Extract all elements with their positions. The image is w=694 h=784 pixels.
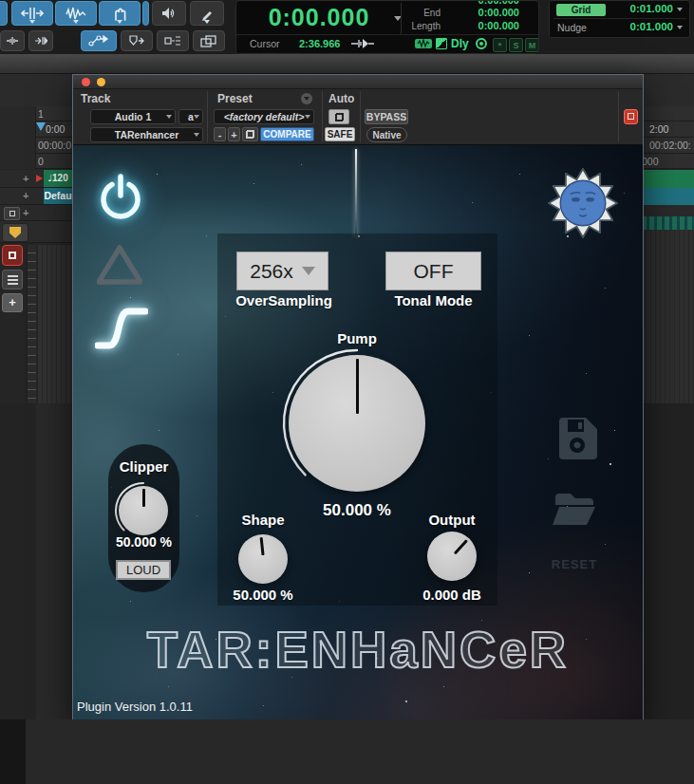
insert-name: TARenhancer bbox=[115, 129, 179, 140]
cursor-label: Cursor bbox=[250, 38, 280, 49]
transport-status-row: Cursor 2:36.966 Dly * S M bbox=[236, 34, 538, 53]
pre-roll-ring-icon[interactable] bbox=[476, 38, 487, 49]
mirror-midi-button[interactable] bbox=[157, 30, 189, 51]
tempo-flag-icon bbox=[36, 175, 43, 182]
track-selector[interactable]: Audio 1 bbox=[90, 109, 176, 124]
close-button[interactable] bbox=[82, 78, 90, 86]
marker-cell[interactable]: Defau bbox=[44, 188, 72, 204]
insertion-follows-button[interactable] bbox=[28, 30, 53, 51]
samples-ruler: 000 bbox=[642, 154, 694, 169]
clipper-knob[interactable] bbox=[119, 486, 168, 535]
solo-indicator[interactable]: S bbox=[509, 38, 523, 52]
safe-button[interactable]: SAFE bbox=[325, 127, 355, 141]
length-value[interactable]: 0:00.000 bbox=[443, 20, 519, 31]
grid-mode-button[interactable]: Grid bbox=[556, 4, 606, 16]
preset-section-label: Preset bbox=[217, 92, 253, 105]
light-streak bbox=[355, 149, 357, 236]
compare-button[interactable]: COMPARE bbox=[260, 127, 314, 141]
grabber-tool-button[interactable] bbox=[99, 1, 141, 26]
selector-tool-button[interactable] bbox=[55, 1, 97, 26]
insert-selector[interactable]: TARenhancer bbox=[90, 127, 203, 142]
protools-screen: 0:00.000 0:00.000 End 0:00.000 Length 0:… bbox=[0, 0, 694, 784]
scrubber-tool-button[interactable] bbox=[152, 1, 186, 26]
divider bbox=[207, 91, 208, 142]
marker-tag-button[interactable] bbox=[2, 223, 28, 242]
tab-to-transient-button[interactable] bbox=[0, 30, 25, 51]
automation-follows-edit-button[interactable] bbox=[81, 30, 117, 51]
track-list-button[interactable] bbox=[2, 270, 23, 289]
tonal-mode-button[interactable]: OFF bbox=[385, 252, 481, 290]
automation-enable-button[interactable] bbox=[328, 109, 349, 124]
clipper-knob-pointer bbox=[142, 489, 145, 507]
oversampling-selector[interactable]: 256x bbox=[236, 252, 328, 290]
plugin-logo: TAR:ENHaNCeR bbox=[73, 621, 643, 679]
chevron-down-icon bbox=[166, 115, 172, 119]
marker-track-row: + Defau bbox=[0, 188, 72, 205]
timeline-insertion-icon[interactable] bbox=[415, 38, 432, 49]
preset-menu-icon[interactable] bbox=[301, 93, 312, 104]
saturation-curve-icon[interactable] bbox=[95, 308, 148, 349]
bypass-button[interactable]: BYPASS bbox=[365, 109, 408, 124]
row-add-button[interactable]: + bbox=[23, 207, 28, 218]
capture-timecode-button[interactable] bbox=[121, 30, 153, 51]
plugin-titlebar[interactable] bbox=[73, 75, 643, 89]
moon-face-icon[interactable] bbox=[547, 167, 619, 239]
chevron-down-icon bbox=[194, 115, 199, 119]
track-section-label: Track bbox=[81, 92, 110, 105]
divider bbox=[322, 91, 323, 142]
nudge-label: Nudge bbox=[557, 22, 587, 33]
reset-button[interactable]: RESET bbox=[527, 557, 622, 571]
target-button[interactable] bbox=[624, 109, 638, 124]
grabber-hand-icon bbox=[111, 7, 128, 21]
chevron-down-icon bbox=[302, 267, 315, 275]
cursor-waveform-icon bbox=[350, 38, 375, 49]
add-track-button[interactable]: + bbox=[2, 293, 23, 312]
nudge-value[interactable]: 0:01.000 bbox=[605, 21, 673, 32]
preset-selector[interactable]: <factory default> bbox=[214, 109, 314, 124]
end-value[interactable]: 0:00.000 bbox=[443, 7, 519, 18]
timecode-ruler: 00:02:00: bbox=[642, 138, 694, 154]
asterisk-indicator[interactable]: * bbox=[493, 38, 507, 52]
record-enable-button[interactable] bbox=[2, 245, 23, 266]
grid-value[interactable]: 0:01.000 bbox=[605, 3, 673, 14]
output-knob[interactable] bbox=[427, 532, 477, 581]
starfield-bright bbox=[73, 145, 75, 147]
playhead-marker-icon[interactable] bbox=[36, 122, 46, 131]
tempo-add-button[interactable]: + bbox=[23, 173, 28, 184]
delta-icon[interactable] bbox=[97, 244, 142, 286]
clipper-label: Clipper bbox=[108, 458, 179, 475]
pencil-tool-button[interactable] bbox=[190, 1, 224, 26]
shape-knob[interactable] bbox=[238, 534, 288, 584]
nudge-chevron-icon[interactable] bbox=[677, 26, 683, 29]
native-format-button[interactable]: Native bbox=[366, 127, 407, 142]
copy-settings-button[interactable] bbox=[242, 127, 258, 141]
minimize-button[interactable] bbox=[97, 78, 105, 86]
mute-indicator[interactable]: M bbox=[525, 38, 539, 52]
speaker-icon bbox=[161, 7, 178, 20]
main-counter[interactable]: 0:00.000 bbox=[248, 4, 390, 31]
loud-mode-button[interactable]: LOUD bbox=[116, 560, 171, 580]
delay-compensation-label[interactable]: Dly bbox=[451, 37, 469, 50]
previous-preset-button[interactable]: - bbox=[214, 127, 226, 141]
automation-mode-selector[interactable]: a bbox=[178, 109, 203, 124]
link-timeline-edit-icon[interactable] bbox=[436, 38, 447, 49]
tempo-value-cell[interactable]: ♩120 bbox=[44, 170, 72, 187]
save-preset-icon[interactable] bbox=[556, 417, 598, 460]
link-track-edit-selection-button[interactable] bbox=[193, 30, 225, 51]
tonal-mode-value: OFF bbox=[414, 260, 454, 283]
trim-icon bbox=[21, 7, 44, 20]
transport-panel: 0:00.000 0:00.000 End 0:00.000 Length 0:… bbox=[235, 0, 539, 54]
chevron-down-icon bbox=[305, 115, 310, 119]
smart-tool-edge-button[interactable] bbox=[142, 1, 149, 26]
power-icon[interactable] bbox=[94, 171, 147, 224]
next-preset-button[interactable]: + bbox=[228, 127, 240, 141]
marker-add-button[interactable]: + bbox=[23, 190, 28, 201]
load-preset-folder-icon[interactable] bbox=[553, 487, 598, 529]
linked-windows-icon bbox=[200, 35, 217, 47]
auto-section-label: Auto bbox=[328, 92, 354, 105]
grid-chevron-icon[interactable] bbox=[677, 8, 683, 11]
track-view-button[interactable] bbox=[4, 207, 20, 220]
zoom-tool-button[interactable] bbox=[0, 1, 8, 26]
pump-knob[interactable] bbox=[289, 355, 425, 492]
trim-tool-button[interactable] bbox=[11, 1, 53, 26]
